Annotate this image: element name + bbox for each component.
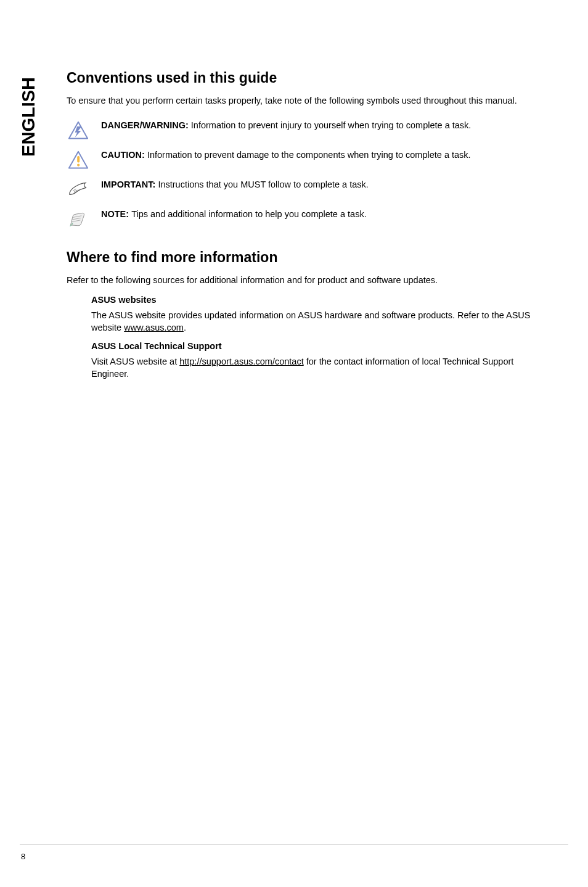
important-text: IMPORTANT: Instructions that you MUST fo… xyxy=(101,179,369,191)
asus-websites-title: ASUS websites xyxy=(91,295,547,305)
danger-label-bold: DANGER/WARNING: xyxy=(101,120,191,130)
section2-intro: Refer to the following sources for addit… xyxy=(67,274,547,287)
asus-website-link[interactable]: www.asus.com xyxy=(124,323,184,332)
caution-icon xyxy=(67,149,90,170)
subsection-asus-websites: ASUS websites The ASUS website provides … xyxy=(91,295,547,380)
asus-support-body: Visit ASUS website at http://support.asu… xyxy=(91,356,547,380)
asus-support-link[interactable]: http://support.asus.com/contact xyxy=(179,357,304,366)
section1-intro: To ensure that you perform certain tasks… xyxy=(67,95,547,107)
danger-icon xyxy=(67,120,90,141)
asus-support-before: Visit ASUS website at xyxy=(91,357,179,366)
svg-point-1 xyxy=(77,163,80,166)
caution-label-bold: CAUTION: xyxy=(101,150,147,160)
important-body: Instructions that you MUST follow to com… xyxy=(158,179,368,189)
important-label-bold: IMPORTANT: xyxy=(101,179,158,189)
note-body: Tips and additional information to help … xyxy=(131,209,367,219)
sidebar-language-label: ENGLISH xyxy=(20,77,38,157)
note-row: NOTE: Tips and additional information to… xyxy=(67,208,547,229)
asus-support-title: ASUS Local Technical Support xyxy=(91,341,547,351)
page-content: Conventions used in this guide To ensure… xyxy=(67,70,547,387)
danger-warning-text: DANGER/WARNING: Information to prevent i… xyxy=(101,120,471,132)
note-icon xyxy=(67,208,90,229)
svg-rect-0 xyxy=(77,155,80,162)
danger-body: Information to prevent injury to yoursel… xyxy=(191,120,472,130)
caution-body: Information to prevent damage to the com… xyxy=(147,150,471,160)
page-number: 8 xyxy=(21,852,25,861)
important-icon xyxy=(67,179,90,200)
note-text: NOTE: Tips and additional information to… xyxy=(101,208,367,221)
asus-websites-after: . xyxy=(184,323,186,332)
danger-warning-row: DANGER/WARNING: Information to prevent i… xyxy=(67,120,547,141)
footer-divider xyxy=(20,844,568,845)
section1-heading: Conventions used in this guide xyxy=(67,70,547,86)
section2-heading: Where to find more information xyxy=(67,249,547,266)
important-row: IMPORTANT: Instructions that you MUST fo… xyxy=(67,179,547,200)
caution-row: CAUTION: Information to prevent damage t… xyxy=(67,149,547,170)
note-label-bold: NOTE: xyxy=(101,209,131,219)
asus-websites-body: The ASUS website provides updated inform… xyxy=(91,310,547,334)
caution-text: CAUTION: Information to prevent damage t… xyxy=(101,149,471,162)
